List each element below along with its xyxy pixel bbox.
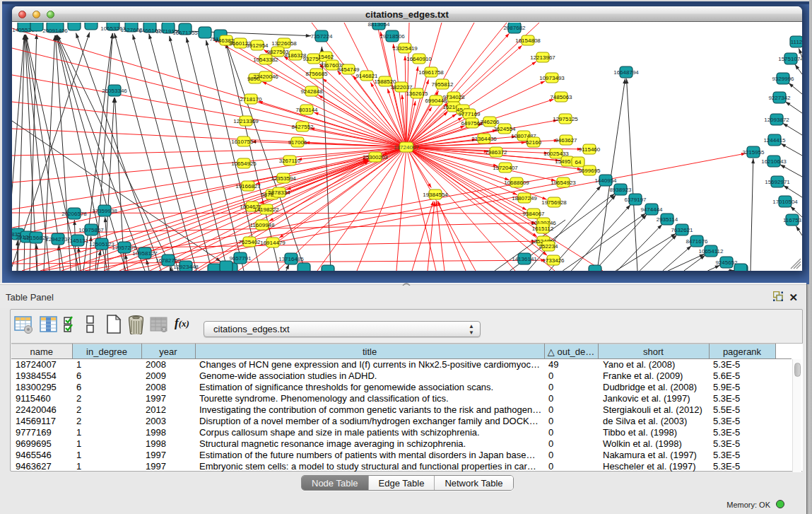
svg-text:8471676: 8471676 xyxy=(686,238,708,245)
svg-text:16210643: 16210643 xyxy=(761,158,787,165)
svg-text:9734028: 9734028 xyxy=(442,94,465,100)
svg-text:16640910: 16640910 xyxy=(406,56,432,62)
svg-text:12505123: 12505123 xyxy=(89,241,114,247)
svg-text:1145131: 1145131 xyxy=(67,238,89,244)
svg-text:9699695: 9699695 xyxy=(578,168,601,174)
svg-text:9242848: 9242848 xyxy=(300,88,323,95)
svg-text:15751074: 15751074 xyxy=(778,56,802,62)
svg-text:16107554: 16107554 xyxy=(231,139,257,145)
svg-text:3822037: 3822037 xyxy=(390,84,413,90)
svg-text:19654923: 19654923 xyxy=(551,180,576,186)
svg-text:14136141: 14136141 xyxy=(512,256,537,262)
svg-text:17010504: 17010504 xyxy=(772,199,798,205)
svg-text:10543382: 10543382 xyxy=(253,57,278,63)
svg-text:19218506: 19218506 xyxy=(379,33,405,40)
svg-text:15462: 15462 xyxy=(318,54,334,60)
svg-text:2718170: 2718170 xyxy=(240,96,262,103)
svg-text:11609948: 11609948 xyxy=(250,222,276,228)
svg-text:16154808: 16154808 xyxy=(515,37,541,44)
svg-text:16671355: 16671355 xyxy=(172,30,198,36)
svg-text:16782759: 16782759 xyxy=(155,257,181,264)
svg-text:10975857: 10975857 xyxy=(78,227,104,233)
svg-text:8427552: 8427552 xyxy=(291,124,314,130)
svg-text:1440954: 1440954 xyxy=(594,177,617,184)
svg-text:8756685: 8756685 xyxy=(305,71,328,77)
svg-text:12213369: 12213369 xyxy=(233,118,259,124)
svg-text:19166827: 19166827 xyxy=(235,183,261,189)
svg-text:16648794: 16648794 xyxy=(613,69,639,76)
svg-text:10654925: 10654925 xyxy=(231,160,257,167)
svg-text:746266: 746266 xyxy=(481,119,500,125)
svg-text:15720407: 15720407 xyxy=(493,165,518,171)
svg-text:3624554: 3624554 xyxy=(493,126,516,132)
svg-text:3215955: 3215955 xyxy=(742,149,765,156)
svg-text:1112: 1112 xyxy=(791,39,802,45)
svg-text:1733426: 1733426 xyxy=(542,257,565,264)
svg-text:18807249: 18807249 xyxy=(512,195,537,201)
svg-text:9474444: 9474444 xyxy=(640,206,663,213)
svg-text:10688609: 10688609 xyxy=(504,180,529,186)
svg-text:252234: 252234 xyxy=(539,243,558,250)
svg-text:21364436: 21364436 xyxy=(471,136,497,142)
svg-text:10654112: 10654112 xyxy=(699,248,724,255)
svg-text:16914479: 16914479 xyxy=(260,240,286,246)
svg-text:18724007: 18724007 xyxy=(394,144,419,151)
svg-text:9463627: 9463627 xyxy=(555,137,577,144)
svg-text:13226058: 13226058 xyxy=(271,40,297,47)
svg-text:19756928: 19756928 xyxy=(541,199,567,206)
svg-text:9777169: 9777169 xyxy=(458,111,481,117)
svg-text:6379197: 6379197 xyxy=(624,197,647,203)
svg-text:7357224: 7357224 xyxy=(310,33,333,40)
svg-text:15692971: 15692971 xyxy=(765,179,790,185)
svg-text:12093872: 12093872 xyxy=(764,117,789,123)
svg-text:20091406: 20091406 xyxy=(42,28,68,34)
svg-text:5878334: 5878334 xyxy=(268,189,290,196)
svg-text:25300203: 25300203 xyxy=(363,154,388,160)
svg-text:12213967: 12213967 xyxy=(530,54,555,61)
svg-text:7803144: 7803144 xyxy=(295,107,318,113)
svg-text:62160: 62160 xyxy=(526,139,542,146)
svg-text:2935114: 2935114 xyxy=(657,216,678,223)
svg-text:7986372: 7986372 xyxy=(485,149,507,156)
svg-text:19384554: 19384554 xyxy=(423,192,448,198)
svg-text:13325419: 13325419 xyxy=(392,45,418,52)
svg-text:9329996: 9329996 xyxy=(772,76,794,82)
svg-text:1362615: 1362615 xyxy=(406,90,428,97)
svg-text:64: 64 xyxy=(575,159,582,165)
svg-text:917006: 917006 xyxy=(288,139,307,146)
svg-text:17359938: 17359938 xyxy=(92,208,117,214)
svg-text:9227342: 9227342 xyxy=(768,95,791,101)
svg-text:1244415: 1244415 xyxy=(763,137,786,144)
svg-text:14198222: 14198222 xyxy=(254,206,279,213)
svg-text:116753: 116753 xyxy=(783,217,802,223)
svg-text:3267110: 3267110 xyxy=(279,158,301,164)
svg-text:2087682: 2087682 xyxy=(503,25,526,31)
svg-text:9115460: 9115460 xyxy=(579,146,601,153)
svg-text:9384067: 9384067 xyxy=(522,211,545,217)
svg-text:20206578: 20206578 xyxy=(61,211,87,217)
svg-text:12975125: 12975125 xyxy=(553,116,578,122)
svg-text:10973493: 10973493 xyxy=(539,75,565,81)
svg-text:7632621: 7632621 xyxy=(671,227,693,233)
svg-text:7955812: 7955812 xyxy=(431,81,454,88)
svg-text:26053346: 26053346 xyxy=(102,88,127,94)
svg-text:7485063: 7485063 xyxy=(550,94,572,100)
svg-text:22420046: 22420046 xyxy=(253,74,278,80)
svg-text:8454749: 8454749 xyxy=(337,66,360,73)
svg-text:12353594: 12353594 xyxy=(271,175,296,182)
svg-text:1615112: 1615112 xyxy=(532,226,554,232)
svg-text:9657791: 9657791 xyxy=(229,255,252,262)
svg-text:10958127: 10958127 xyxy=(132,250,158,257)
svg-text:16961758: 16961758 xyxy=(418,69,444,76)
svg-text:13716485: 13716485 xyxy=(278,256,304,262)
svg-text:3912954: 3912954 xyxy=(246,42,269,49)
svg-text:7625402: 7625402 xyxy=(238,239,261,245)
svg-text:8938923: 8938923 xyxy=(609,187,632,193)
svg-text:8813054: 8813054 xyxy=(367,23,390,28)
svg-text:12923448: 12923448 xyxy=(173,264,199,270)
